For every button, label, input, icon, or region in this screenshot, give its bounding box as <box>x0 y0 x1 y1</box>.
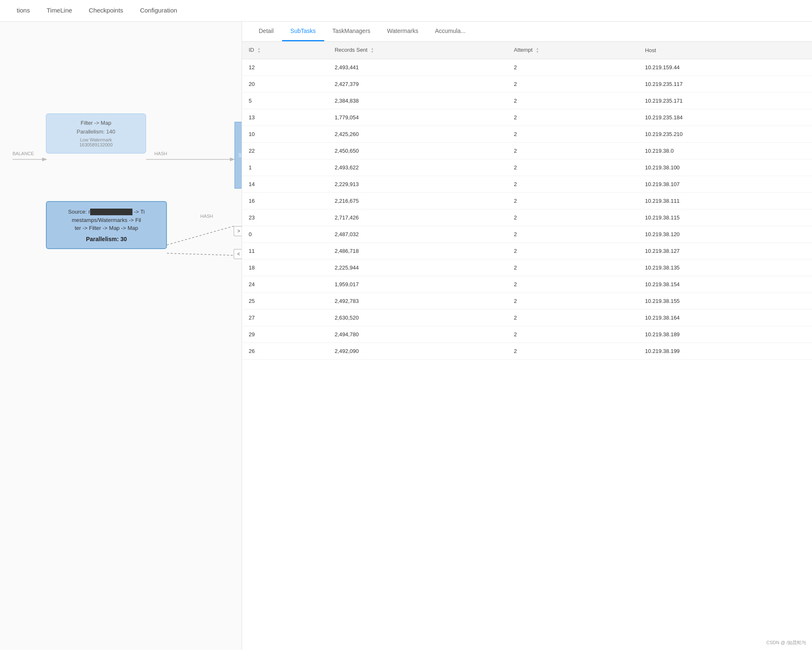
cell-id: 5 <box>242 92 328 109</box>
nav-item-timeline[interactable]: TimeLine <box>38 0 81 22</box>
node-source-parallelism: Parallelism: 30 <box>54 236 159 242</box>
table-row: 142,229,913210.219.38.107 <box>242 176 812 192</box>
cell-attempt: 2 <box>507 192 638 209</box>
table-row: 262,492,090210.219.38.199 <box>242 343 812 359</box>
node-filter-map-parallelism: Parallelism: 140 <box>54 128 138 135</box>
cell-id: 25 <box>242 292 328 309</box>
cell-id: 0 <box>242 226 328 242</box>
cell-id: 1 <box>242 159 328 176</box>
subtasks-table: ID ▲▼ Records Sent ▲▼ Attempt ▲▼ Host <box>242 42 812 360</box>
nav-item-configuration[interactable]: Configuration <box>131 0 185 22</box>
cell-host: 10.219.38.100 <box>638 159 812 176</box>
node-source-title: Source: r███████████ -> Timestamps/Water… <box>54 208 159 232</box>
table-row: 272,630,520210.219.38.164 <box>242 309 812 326</box>
cell-records_sent: 2,717,426 <box>328 209 507 226</box>
cell-records_sent: 2,225,944 <box>328 259 507 276</box>
cell-attempt: 2 <box>507 343 638 359</box>
cell-host: 10.219.38.0 <box>638 142 812 159</box>
cell-records_sent: 2,493,622 <box>328 159 507 176</box>
ingest-label: in <box>238 153 242 158</box>
right-panel: Detail SubTasks TaskManagers Watermarks … <box>242 22 812 650</box>
tab-watermarks[interactable]: Watermarks <box>379 22 427 41</box>
tab-subtasks[interactable]: SubTasks <box>282 22 324 41</box>
cell-id: 20 <box>242 76 328 92</box>
cell-attempt: 2 <box>507 326 638 343</box>
cell-id: 13 <box>242 109 328 126</box>
cell-records_sent: 2,492,090 <box>328 343 507 359</box>
node-filter-map-title: Filter -> Map <box>54 120 138 126</box>
cell-host: 10.219.235.184 <box>638 109 812 126</box>
table-row: 232,717,426210.219.38.115 <box>242 209 812 226</box>
cell-records_sent: 2,229,913 <box>328 176 507 192</box>
hash-label-1: HASH <box>154 151 167 156</box>
table-container[interactable]: ID ▲▼ Records Sent ▲▼ Attempt ▲▼ Host <box>242 42 812 650</box>
col-id[interactable]: ID ▲▼ <box>242 42 328 59</box>
cell-attempt: 2 <box>507 76 638 92</box>
tab-detail[interactable]: Detail <box>250 22 282 41</box>
cell-attempt: 2 <box>507 209 638 226</box>
cell-records_sent: 2,492,783 <box>328 292 507 309</box>
tab-accumula[interactable]: Accumula... <box>426 22 474 41</box>
cell-attempt: 2 <box>507 242 638 259</box>
cell-host: 10.219.38.155 <box>638 292 812 309</box>
table-row: 202,427,379210.219.235.117 <box>242 76 812 92</box>
table-row: 222,450,650210.219.38.0 <box>242 142 812 159</box>
cell-records_sent: 2,486,718 <box>328 242 507 259</box>
cell-records_sent: 2,494,780 <box>328 326 507 343</box>
cell-id: 14 <box>242 176 328 192</box>
nav-item-tions[interactable]: tions <box>8 0 38 22</box>
node-source[interactable]: Source: r███████████ -> Timestamps/Water… <box>46 201 167 249</box>
col-host[interactable]: Host <box>638 42 812 59</box>
table-row: 131,779,054210.219.235.184 <box>242 109 812 126</box>
cell-records_sent: 2,216,675 <box>328 192 507 209</box>
cell-id: 24 <box>242 276 328 292</box>
node-ingest: in <box>235 122 242 189</box>
cell-attempt: 2 <box>507 159 638 176</box>
cell-host: 10.219.235.210 <box>638 126 812 142</box>
cell-host: 10.219.38.154 <box>638 276 812 292</box>
cell-id: 11 <box>242 242 328 259</box>
cell-id: 16 <box>242 192 328 209</box>
cell-host: 10.219.38.199 <box>638 343 812 359</box>
cell-host: 10.219.38.127 <box>638 242 812 259</box>
col-attempt[interactable]: Attempt ▲▼ <box>507 42 638 59</box>
nav-item-checkpoints[interactable]: Checkpoints <box>81 0 132 22</box>
tab-taskmanagers[interactable]: TaskManagers <box>324 22 379 41</box>
node-filter-map-watermark-value: 1630589132000 <box>54 142 138 147</box>
cell-id: 22 <box>242 142 328 159</box>
svg-line-2 <box>167 226 234 245</box>
cell-host: 10.219.38.107 <box>638 176 812 192</box>
cell-host: 10.219.38.164 <box>638 309 812 326</box>
sort-icon-id: ▲▼ <box>257 47 261 54</box>
cell-id: 27 <box>242 309 328 326</box>
cell-attempt: 2 <box>507 309 638 326</box>
balance-label: BALANCE <box>13 151 34 156</box>
cell-records_sent: 2,630,520 <box>328 309 507 326</box>
col-records-sent[interactable]: Records Sent ▲▼ <box>328 42 507 59</box>
node-filter-map[interactable]: Filter -> Map Parallelism: 140 Low Water… <box>46 113 146 154</box>
cell-host: 10.219.235.117 <box>638 76 812 92</box>
cell-attempt: 2 <box>507 109 638 126</box>
cell-host: 10.219.159.44 <box>638 59 812 76</box>
cell-attempt: 2 <box>507 92 638 109</box>
cell-records_sent: 2,425,260 <box>328 126 507 142</box>
cell-attempt: 2 <box>507 292 638 309</box>
sort-icon-records-sent: ▲▼ <box>371 47 374 54</box>
cell-id: 12 <box>242 59 328 76</box>
expand-button-1[interactable]: > <box>234 226 242 236</box>
table-header-row: ID ▲▼ Records Sent ▲▼ Attempt ▲▼ Host <box>242 42 812 59</box>
expand-button-2[interactable]: < <box>234 249 242 259</box>
table-row: 02,487,032210.219.38.120 <box>242 226 812 242</box>
sort-icon-attempt: ▲▼ <box>536 47 539 54</box>
cell-id: 18 <box>242 259 328 276</box>
cell-records_sent: 2,493,441 <box>328 59 507 76</box>
table-row: 182,225,944210.219.38.135 <box>242 259 812 276</box>
table-row: 102,425,260210.219.235.210 <box>242 126 812 142</box>
cell-attempt: 2 <box>507 276 638 292</box>
table-row: 122,493,441210.219.159.44 <box>242 59 812 76</box>
cell-host: 10.219.38.111 <box>638 192 812 209</box>
cell-records_sent: 1,959,017 <box>328 276 507 292</box>
graph-area: BALANCE HASH HASH Filter -> Map Parallel… <box>0 22 242 650</box>
cell-attempt: 2 <box>507 259 638 276</box>
cell-host: 10.219.38.120 <box>638 226 812 242</box>
